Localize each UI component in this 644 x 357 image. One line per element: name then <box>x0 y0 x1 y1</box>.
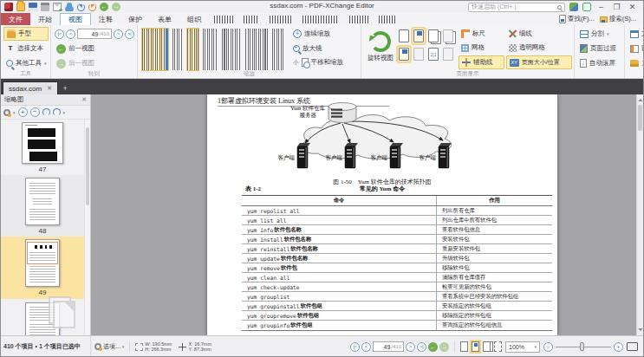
thumbnail-row-47[interactable]: 47 <box>1 120 84 175</box>
save-icon[interactable] <box>29 3 37 11</box>
next-page-button[interactable]: > <box>114 29 123 39</box>
garbled-zoom-button[interactable] <box>172 29 183 70</box>
layout-option-icon[interactable] <box>443 48 453 61</box>
options-button[interactable]: 选项... ▾ <box>91 342 127 351</box>
two-page-layout-icon[interactable] <box>483 341 491 352</box>
zoom-in-thumbs-button[interactable]: + <box>18 107 28 117</box>
page-size-position-button[interactable]: XY 页面大小/位置 <box>506 55 572 69</box>
ribbon-tab[interactable]: 保护 <box>120 13 150 25</box>
plugins-icon[interactable] <box>569 3 578 11</box>
close-button[interactable]: ✕ <box>627 2 638 12</box>
minimize-button[interactable]: – <box>595 2 607 12</box>
garbled-zoom-button[interactable] <box>203 29 218 70</box>
rotate-view-button[interactable]: 旋转视图 <box>364 27 397 69</box>
two-page-layout-icon[interactable] <box>428 29 439 42</box>
garbled-zoom-button[interactable] <box>142 29 168 70</box>
zoom-slider[interactable] <box>556 341 611 352</box>
ruler-button[interactable]: 标尺 <box>459 27 504 41</box>
ribbon-tab[interactable]: 文件 <box>1 13 30 25</box>
guides-button[interactable]: 辅助线 <box>459 55 504 69</box>
page-number-input[interactable]: 49 /410 <box>373 341 404 352</box>
page-transition-button[interactable]: 页面过渡 <box>577 42 622 55</box>
ribbon-tab[interactable]: 组织 <box>179 13 209 25</box>
layout-option-icon[interactable] <box>413 48 424 61</box>
prev-page-button[interactable]: < <box>361 342 371 352</box>
previous-view-button[interactable]: ← <box>428 342 438 352</box>
search-button[interactable]: 搜索(S)... <box>600 15 636 23</box>
last-page-button[interactable]: >| <box>417 342 426 352</box>
first-page-button[interactable]: |< <box>55 29 64 39</box>
garbled-tab[interactable] <box>244 16 259 23</box>
other-tools-button[interactable]: 其他工具 ▾ <box>3 56 49 70</box>
split-button[interactable]: 分割 ▾ <box>577 27 622 41</box>
thumbnail-row-49-selected[interactable]: 49 <box>1 237 84 299</box>
continuous-layout-icon[interactable] <box>413 29 424 42</box>
fit-page-button[interactable] <box>627 342 638 351</box>
document-set-button[interactable]: 文档集 <box>628 56 644 70</box>
thumbnail-row-48[interactable]: 48 <box>1 175 84 237</box>
garbled-zoom-button[interactable] <box>245 29 268 70</box>
loupe-button[interactable]: 放大镜 <box>290 42 346 55</box>
scroll-up-icon[interactable] <box>638 96 643 101</box>
document-tabs-button[interactable]: 文档标签页 ▾ <box>628 27 644 41</box>
grid-button[interactable]: 网格 <box>459 42 504 55</box>
thin-lines-button[interactable]: 细线 <box>506 27 572 41</box>
rotate-left-icon[interactable] <box>42 108 50 116</box>
split-pages-layout-icon[interactable]: 2|1 <box>428 48 439 61</box>
ribbon-tab[interactable]: 注释 <box>91 13 120 25</box>
garbled-tab[interactable] <box>379 16 396 23</box>
zoom-slider-thumb[interactable] <box>580 342 584 351</box>
two-page-continuous-layout-icon[interactable] <box>494 341 502 352</box>
continuous-zoom-button[interactable]: + 连续缩放 <box>290 27 346 41</box>
two-page-continuous-layout-icon[interactable] <box>443 29 453 42</box>
hand-tool-button[interactable]: 手型 <box>3 27 49 41</box>
new-document-tab-button[interactable]: + <box>58 81 72 94</box>
rotate-right-icon[interactable] <box>53 108 61 116</box>
pan-zoom-button[interactable]: 小 平移和缩放 <box>290 55 346 69</box>
fullscreen-icon[interactable] <box>582 3 591 11</box>
garbled-tab[interactable] <box>214 16 233 23</box>
first-page-button[interactable]: |< <box>350 342 360 352</box>
redo-icon[interactable] <box>88 3 96 11</box>
zoom-out-thumbs-button[interactable]: − <box>30 107 40 117</box>
page-number-input[interactable]: 49 /410 <box>77 29 112 39</box>
garbled-tab[interactable] <box>270 16 292 23</box>
ribbon-tab[interactable]: 视图 <box>60 13 91 25</box>
garbled-tab[interactable] <box>349 16 368 23</box>
transparent-grid-button[interactable]: 透明网格 <box>506 42 572 55</box>
panel-options-gear-icon[interactable] <box>3 109 10 116</box>
close-panel-icon[interactable]: ✕ <box>81 96 87 103</box>
back-view-icon[interactable]: ← <box>100 3 108 11</box>
thumbnails-scrollbar[interactable] <box>84 120 90 335</box>
ribbon-tab[interactable]: 开始 <box>30 13 60 25</box>
document-tab[interactable]: ssdax.com ✕ <box>3 81 58 94</box>
select-text-button[interactable]: T 选择文本 <box>3 42 49 55</box>
scrollbar-thumb[interactable] <box>638 105 642 131</box>
zoom-out-button[interactable]: − <box>543 342 553 352</box>
single-page-layout-icon[interactable] <box>460 341 468 352</box>
forward-view-icon[interactable]: → <box>112 3 120 11</box>
garbled-zoom-button[interactable] <box>222 29 241 70</box>
print-icon[interactable] <box>41 3 49 11</box>
ribbon-tab[interactable]: 表单 <box>150 13 179 25</box>
continuous-layout-icon[interactable] <box>472 341 479 352</box>
visible-area-indicator[interactable] <box>27 242 58 264</box>
document-scrollbar[interactable] <box>636 94 643 335</box>
undo-icon[interactable] <box>77 3 85 11</box>
prev-page-button[interactable]: < <box>66 29 75 39</box>
next-view-button[interactable]: → <box>439 342 449 352</box>
cover-mode-layout-icon[interactable] <box>399 48 409 61</box>
cloud-icon[interactable] <box>65 5 74 11</box>
previous-view-button[interactable]: ← 前一视图 <box>54 42 135 55</box>
document-view[interactable]: 1部署虚拟环境安装 Linux 系统 <box>91 94 643 335</box>
last-page-button[interactable]: >| <box>125 29 134 39</box>
panes-button[interactable]: 窗格 ▾ <box>628 42 644 55</box>
next-view-button[interactable]: → 后一视图 <box>54 56 135 70</box>
garbled-zoom-button[interactable] <box>272 29 285 70</box>
find-button[interactable]: 查找(F)... <box>559 15 595 23</box>
open-file-icon[interactable] <box>16 3 25 11</box>
next-page-button[interactable]: > <box>406 342 415 352</box>
scroll-down-icon[interactable] <box>638 328 643 334</box>
email-icon[interactable] <box>53 3 62 11</box>
zoom-level-select[interactable]: 100% ▾ <box>505 341 540 353</box>
